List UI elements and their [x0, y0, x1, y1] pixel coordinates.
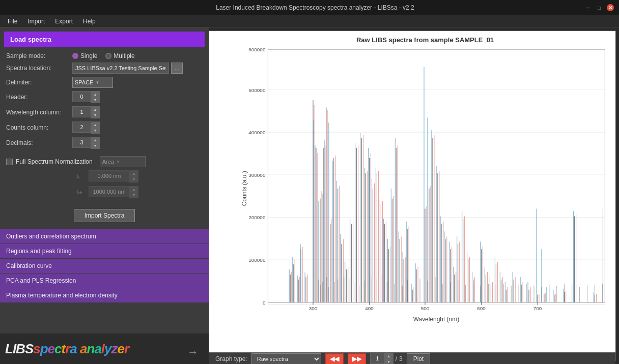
svg-text:100000: 100000 — [248, 257, 266, 263]
chart-title: Raw LIBS spectra from sample SAMPLE_01 — [240, 36, 610, 44]
single-radio-option[interactable]: Single — [72, 52, 97, 59]
y-axis-label: Counts (a.u.) — [241, 171, 248, 206]
wavelength-col-spinner-btns: ▲ ▼ — [91, 106, 100, 118]
header-spinner: ▲ ▼ — [72, 91, 100, 103]
plot-button[interactable]: Plot — [407, 353, 431, 364]
decimals-input[interactable] — [72, 137, 91, 148]
menu-import[interactable]: Import — [22, 17, 50, 26]
decimals-spinner: ▲ ▼ — [72, 137, 100, 149]
svg-text:300000: 300000 — [248, 172, 266, 178]
import-btn-container: Import Spectra — [0, 201, 209, 227]
menu-help[interactable]: Help — [78, 17, 101, 26]
wavelength-col-decrement-btn[interactable]: ▼ — [91, 112, 99, 118]
delimiter-dropdown-arrow: ▼ — [95, 80, 99, 85]
header-row: Header: ▲ ▼ — [6, 91, 203, 103]
lambda-minus-increment-btn[interactable]: ▲ — [130, 171, 138, 176]
chart-title-sample: SAMPLE_01 — [455, 36, 494, 44]
maximize-button[interactable]: □ — [596, 4, 603, 11]
header-input[interactable] — [72, 91, 91, 102]
decimals-spinner-btns: ▲ ▼ — [91, 137, 100, 149]
nav-item-outliers[interactable]: Outliers and correlation spectrum — [0, 229, 209, 244]
delimiter-dropdown[interactable]: SPACE ▼ — [72, 77, 113, 88]
lambda-minus-input-group: ▲ ▼ — [89, 170, 138, 183]
wavelength-col-row: Wavelength column: ▲ ▼ — [6, 106, 203, 118]
counts-col-input[interactable] — [72, 122, 91, 133]
svg-text:0: 0 — [263, 300, 266, 306]
decimals-row: Decimals: ▲ ▼ — [6, 137, 203, 149]
browse-button[interactable]: ... — [171, 63, 183, 74]
minimize-button[interactable]: ─ — [584, 4, 592, 11]
counts-col-decrement-btn[interactable]: ▼ — [91, 128, 99, 133]
nav-item-plasma[interactable]: Plasma temperature and electron density — [0, 288, 209, 302]
graph-type-select[interactable]: Raw spectra Average spectrum Outliers Co… — [251, 353, 321, 364]
lambda-plus-label: λ+ — [76, 189, 89, 195]
normalization-type-value: Area — [102, 159, 114, 165]
prev-nav-button[interactable]: ◀◀ — [325, 353, 344, 364]
counts-col-increment-btn[interactable]: ▲ — [91, 122, 99, 128]
titlebar-title: Laser Induced Breakdown Spectroscopy spe… — [46, 4, 584, 11]
chart-svg: Counts (a.u.) 0 100000 200000 300000 400 — [240, 47, 610, 325]
chart-area: Raw LIBS spectra from sample SAMPLE_01 C… — [209, 31, 615, 352]
spectra-location-control: ... — [72, 63, 183, 74]
header-spinner-btns: ▲ ▼ — [91, 91, 100, 103]
sample-mode-label: Sample mode: — [6, 52, 72, 59]
counts-col-spinner: ▲ ▼ — [72, 122, 100, 134]
nav-item-regions[interactable]: Regions and peak fitting — [0, 244, 209, 258]
multiple-radio-option[interactable]: Multiple — [105, 52, 134, 59]
page-current-input[interactable] — [370, 353, 384, 364]
header-increment-btn[interactable]: ▲ — [91, 92, 99, 97]
normalization-type-arrow: ▼ — [116, 160, 120, 164]
svg-text:500: 500 — [421, 306, 430, 311]
nav-item-pca[interactable]: PCA and PLS Regression — [0, 274, 209, 288]
import-spectra-button[interactable]: Import Spectra — [74, 209, 135, 222]
wavelength-col-input[interactable] — [72, 106, 91, 117]
full-spectrum-normalization-row: Full Spectrum Normalization Area ▼ — [0, 154, 209, 169]
form-section: Sample mode: Single Multiple Spectra loc… — [0, 50, 209, 154]
svg-text:600: 600 — [477, 306, 486, 311]
delimiter-row: Delimiter: SPACE ▼ — [6, 77, 203, 88]
wavelength-col-spinner: ▲ ▼ — [72, 106, 100, 118]
nav-section: Outliers and correlation spectrum Region… — [0, 229, 209, 333]
page-increment-btn[interactable]: ▲ — [385, 353, 393, 359]
lambda-plus-input-group: ▲ ▼ — [89, 186, 138, 198]
lambda-minus-decrement-btn[interactable]: ▼ — [130, 176, 138, 182]
sample-mode-radio-group: Single Multiple — [72, 52, 135, 59]
svg-text:500000: 500000 — [248, 87, 266, 93]
svg-text:400: 400 — [365, 306, 374, 311]
menu-file[interactable]: File — [3, 17, 22, 26]
page-controls: ▲ ▼ / 3 — [370, 353, 403, 364]
chart-title-prefix: Raw LIBS spectra from sample — [356, 36, 455, 44]
counts-col-label: Counts column: — [6, 124, 72, 131]
menu-export[interactable]: Export — [50, 17, 78, 26]
single-radio-label: Single — [80, 52, 97, 59]
decimals-decrement-btn[interactable]: ▼ — [91, 143, 99, 148]
full-spectrum-checkbox[interactable] — [6, 159, 13, 165]
page-separator: / — [396, 355, 397, 362]
sample-mode-row: Sample mode: Single Multiple — [6, 52, 203, 59]
full-spectrum-label: Full Spectrum Normalization — [16, 158, 93, 165]
normalization-type-dropdown[interactable]: Area ▼ — [100, 156, 146, 167]
bottom-controls: Graph type: Raw spectra Average spectrum… — [209, 352, 615, 364]
svg-text:700: 700 — [533, 306, 542, 311]
wavelength-col-increment-btn[interactable]: ▲ — [91, 107, 99, 112]
header-decrement-btn[interactable]: ▼ — [91, 97, 99, 103]
page-total: 3 — [399, 355, 403, 362]
next-nav-button[interactable]: ▶▶ — [348, 353, 366, 364]
lambda-plus-increment-btn[interactable]: ▲ — [130, 187, 138, 192]
counts-col-row: Counts column: ▲ ▼ — [6, 122, 203, 134]
logo-text: LIBSspectra analyzer — [5, 341, 129, 357]
close-button[interactable]: ✕ — [607, 4, 614, 11]
nav-item-calibration[interactable]: Calibration curve — [0, 259, 209, 273]
lambda-plus-decrement-btn[interactable]: ▼ — [130, 192, 138, 198]
spectra-location-input[interactable] — [72, 63, 169, 74]
lambda-plus-input[interactable] — [89, 186, 129, 197]
spectra-location-label: Spectra location: — [6, 65, 72, 72]
wavelength-col-label: Wavelength column: — [6, 109, 72, 116]
load-spectra-header: Load spectra — [4, 32, 205, 47]
titlebar-controls: ─ □ ✕ — [584, 4, 614, 11]
delimiter-label: Delimiter: — [6, 79, 72, 86]
page-decrement-btn[interactable]: ▼ — [385, 359, 393, 364]
lambda-minus-input[interactable] — [89, 170, 129, 181]
decimals-increment-btn[interactable]: ▲ — [91, 137, 99, 143]
right-panel: Raw LIBS spectra from sample SAMPLE_01 C… — [209, 31, 616, 361]
